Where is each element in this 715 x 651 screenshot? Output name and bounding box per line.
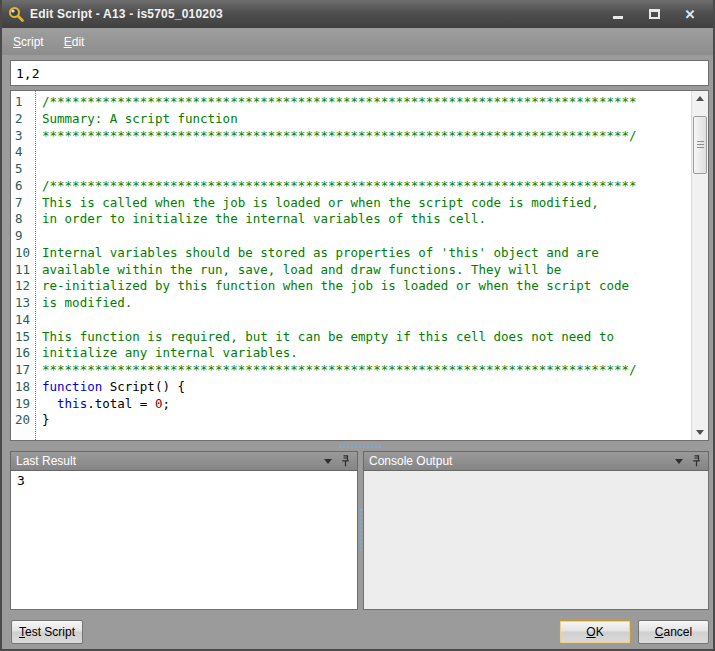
code-line[interactable]: in order to initialize the internal vari… bbox=[42, 211, 691, 228]
code-line[interactable]: ****************************************… bbox=[42, 128, 691, 145]
line-number: 15 bbox=[15, 329, 35, 346]
chevron-down-icon[interactable] bbox=[324, 459, 332, 464]
edit-script-dialog: Edit Script - A13 - is5705_010203 ✕ Scri… bbox=[0, 0, 715, 651]
line-number: 14 bbox=[15, 312, 35, 329]
code-line[interactable]: Internal variables should be stored as p… bbox=[42, 245, 691, 262]
code-line[interactable]: this.total = 0; bbox=[42, 396, 691, 413]
line-number-gutter: 1234567891011121314151617181920 bbox=[11, 91, 36, 440]
chevron-down-icon[interactable] bbox=[675, 459, 683, 464]
line-number: 10 bbox=[15, 245, 35, 262]
maximize-button[interactable] bbox=[643, 5, 665, 23]
close-icon: ✕ bbox=[685, 8, 696, 21]
line-number: 4 bbox=[15, 144, 35, 161]
test-script-button[interactable]: Test Script bbox=[11, 620, 83, 644]
code-line[interactable]: /***************************************… bbox=[42, 178, 691, 195]
line-number: 19 bbox=[15, 396, 35, 413]
minimize-button[interactable] bbox=[607, 5, 629, 23]
code-line[interactable]: } bbox=[42, 412, 691, 429]
code-line[interactable]: is modified. bbox=[42, 295, 691, 312]
console-output-panel: Console Output bbox=[363, 451, 709, 610]
maximize-icon bbox=[649, 9, 660, 19]
panel-title: Last Result bbox=[16, 454, 76, 468]
last-result-content[interactable]: 3 bbox=[10, 471, 358, 610]
arrow-up-icon bbox=[696, 96, 704, 101]
line-number: 7 bbox=[15, 195, 35, 212]
line-number: 20 bbox=[15, 412, 35, 429]
line-number: 5 bbox=[15, 161, 35, 178]
line-number: 8 bbox=[15, 211, 35, 228]
line-number: 2 bbox=[15, 111, 35, 128]
console-output-content[interactable] bbox=[363, 471, 709, 610]
code-line[interactable]: /***************************************… bbox=[42, 94, 691, 111]
line-number: 1 bbox=[15, 94, 35, 111]
splitter-grip-icon bbox=[360, 509, 362, 551]
cursor-position-field[interactable] bbox=[10, 60, 709, 86]
last-result-header[interactable]: Last Result bbox=[10, 451, 358, 471]
editor-vertical-scrollbar[interactable] bbox=[691, 91, 708, 440]
code-line[interactable]: This function is required, but it can be… bbox=[42, 329, 691, 346]
code-lines[interactable]: /***************************************… bbox=[36, 91, 691, 440]
line-number: 17 bbox=[15, 362, 35, 379]
line-number: 13 bbox=[15, 295, 35, 312]
pushpin-icon[interactable] bbox=[341, 455, 350, 467]
code-line[interactable]: available within the run, save, load and… bbox=[42, 262, 691, 279]
window-title: Edit Script - A13 - is5705_010203 bbox=[30, 7, 223, 21]
code-line[interactable]: Summary: A script function bbox=[42, 111, 691, 128]
line-number: 11 bbox=[15, 262, 35, 279]
close-button[interactable]: ✕ bbox=[679, 5, 701, 23]
splitter-grip-icon bbox=[339, 446, 381, 448]
horizontal-splitter[interactable] bbox=[10, 443, 709, 450]
minimize-icon bbox=[613, 16, 623, 19]
code-line[interactable] bbox=[42, 312, 691, 329]
scroll-up-button[interactable] bbox=[692, 91, 708, 106]
code-line[interactable] bbox=[42, 228, 691, 245]
last-result-panel: Last Result 3 bbox=[10, 451, 358, 610]
code-line[interactable] bbox=[42, 161, 691, 178]
ok-button[interactable]: OK bbox=[559, 620, 631, 644]
line-number: 16 bbox=[15, 345, 35, 362]
thumb-grip-icon bbox=[697, 141, 704, 149]
code-editor: 1234567891011121314151617181920 /*******… bbox=[10, 90, 709, 441]
code-line[interactable]: initialize any internal variables. bbox=[42, 345, 691, 362]
code-line[interactable] bbox=[42, 144, 691, 161]
line-number: 12 bbox=[15, 278, 35, 295]
scroll-down-button[interactable] bbox=[692, 425, 708, 440]
pushpin-icon[interactable] bbox=[692, 455, 701, 467]
menu-bar: Script Edit bbox=[2, 28, 713, 55]
title-bar[interactable]: Edit Script - A13 - is5705_010203 ✕ bbox=[0, 0, 715, 28]
magnifier-icon bbox=[8, 6, 24, 22]
cancel-button[interactable]: Cancel bbox=[638, 620, 709, 644]
code-line[interactable]: re-initialized by this function when the… bbox=[42, 278, 691, 295]
line-number: 18 bbox=[15, 379, 35, 396]
panel-title: Console Output bbox=[369, 454, 452, 468]
scrollbar-thumb[interactable] bbox=[693, 116, 707, 174]
menu-edit[interactable]: Edit bbox=[64, 35, 85, 49]
line-number: 9 bbox=[15, 228, 35, 245]
line-number: 3 bbox=[15, 128, 35, 145]
menu-script[interactable]: Script bbox=[13, 35, 44, 49]
arrow-down-icon bbox=[696, 430, 704, 435]
code-line[interactable]: function Script() { bbox=[42, 379, 691, 396]
code-line[interactable]: This is called when the job is loaded or… bbox=[42, 195, 691, 212]
console-output-header[interactable]: Console Output bbox=[363, 451, 709, 471]
code-line[interactable]: ****************************************… bbox=[42, 362, 691, 379]
line-number: 6 bbox=[15, 178, 35, 195]
